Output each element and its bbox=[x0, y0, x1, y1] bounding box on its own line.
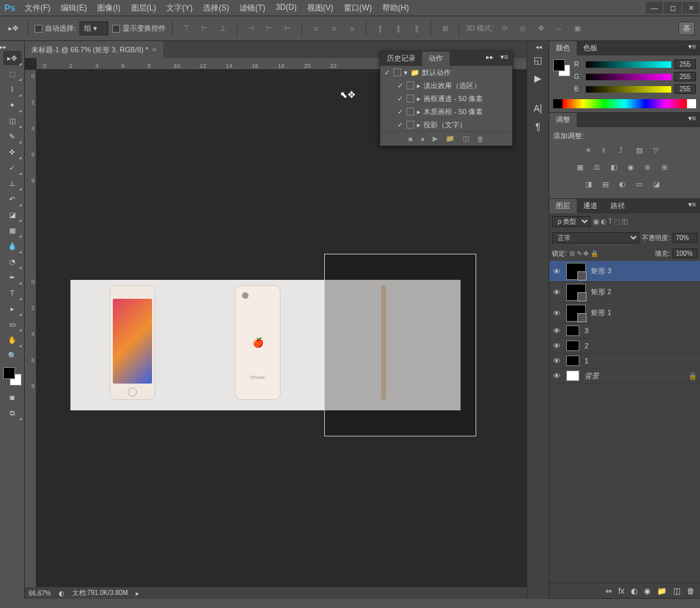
close-icon[interactable]: × bbox=[152, 46, 156, 53]
layer-row[interactable]: 👁 背景 🔒 bbox=[549, 369, 700, 384]
dodge-tool[interactable]: ◔ bbox=[3, 254, 22, 269]
menu-help[interactable]: 帮助(H) bbox=[377, 0, 414, 16]
menu-file[interactable]: 文件(F) bbox=[20, 0, 55, 16]
tab-adjustments[interactable]: 调整 bbox=[549, 113, 577, 127]
3d-pan-icon[interactable]: ✥ bbox=[534, 22, 548, 36]
action-row[interactable]: ✓▸ 投影（文字） bbox=[380, 118, 512, 131]
b-slider[interactable] bbox=[586, 86, 671, 93]
pen-tool[interactable]: ✒ bbox=[3, 270, 22, 284]
minimize-button[interactable]: — bbox=[646, 2, 663, 14]
tab-actions[interactable]: 动作 bbox=[422, 52, 449, 66]
3d-slide-icon[interactable]: ↔ bbox=[552, 22, 566, 36]
dist-hcenter-icon[interactable]: ‖ bbox=[391, 22, 406, 36]
color-swatch[interactable] bbox=[3, 367, 22, 386]
crop-tool[interactable]: ◫ bbox=[3, 114, 22, 128]
3d-orbit-icon[interactable]: ⟳ bbox=[497, 22, 511, 36]
action-row[interactable]: ✓▸ 画框通道 - 50 像素 bbox=[380, 92, 512, 105]
action-row[interactable]: ✓▾📁 默认动作 bbox=[380, 66, 512, 79]
action-row[interactable]: ✓▸ 木质画框 - 50 像素 bbox=[380, 105, 512, 118]
history-brush-tool[interactable]: ↶ bbox=[3, 192, 22, 206]
auto-select-target[interactable]: 组 ▾ bbox=[80, 22, 108, 35]
stamp-tool[interactable]: ⊥ bbox=[3, 176, 22, 190]
menu-view[interactable]: 视图(V) bbox=[302, 0, 339, 16]
canvas[interactable]: 🍎 iPhone ⬉✥ bbox=[37, 70, 526, 587]
layer-row[interactable]: 👁 2 bbox=[549, 339, 700, 354]
dist-right-icon[interactable]: ‖ bbox=[410, 22, 424, 36]
tab-channels[interactable]: 通道 bbox=[577, 199, 604, 213]
menu-3d[interactable]: 3D(D) bbox=[271, 0, 302, 16]
dock-para-icon[interactable]: ¶ bbox=[530, 118, 547, 135]
dist-left-icon[interactable]: ‖ bbox=[373, 22, 388, 36]
tab-color[interactable]: 颜色 bbox=[549, 41, 577, 55]
visibility-icon[interactable]: 👁 bbox=[552, 342, 561, 350]
exposure-icon[interactable]: ▨ bbox=[636, 146, 648, 158]
gradient-tool[interactable]: ▦ bbox=[3, 223, 22, 237]
menu-image[interactable]: 图像(I) bbox=[92, 0, 125, 16]
visibility-icon[interactable]: 👁 bbox=[552, 267, 561, 275]
foreground-color[interactable] bbox=[3, 367, 15, 379]
spectrum-picker[interactable] bbox=[562, 99, 687, 108]
doc-info[interactable]: 文档:791.0K/3.80M bbox=[72, 588, 128, 598]
threshold-icon[interactable]: ◐ bbox=[619, 180, 631, 192]
fill-layer-icon[interactable]: ◉ bbox=[644, 586, 650, 596]
blur-tool[interactable]: 💧 bbox=[3, 239, 22, 253]
menu-layer[interactable]: 图层(L) bbox=[126, 0, 162, 16]
dock-char-icon[interactable]: A| bbox=[530, 100, 547, 117]
align-top-icon[interactable]: ⊤ bbox=[179, 22, 194, 36]
layer-row[interactable]: 👁 3 bbox=[549, 324, 700, 339]
ruler-vertical[interactable]: 0 2 4 6 8 0 2 4 6 8 bbox=[25, 70, 37, 587]
g-input[interactable] bbox=[674, 72, 696, 82]
bw-icon[interactable]: ◧ bbox=[611, 163, 622, 175]
dist-vcenter-icon[interactable]: ≡ bbox=[327, 22, 341, 36]
align-right-icon[interactable]: ⊢ bbox=[281, 22, 295, 36]
photo-filter-icon[interactable]: ◉ bbox=[628, 163, 639, 175]
path-select-tool[interactable]: ▸ bbox=[3, 301, 22, 316]
channel-mixer-icon[interactable]: ⊛ bbox=[645, 163, 656, 175]
shape-tool[interactable]: ▭ bbox=[3, 317, 22, 331]
invert-icon[interactable]: ◨ bbox=[585, 180, 597, 192]
3d-roll-icon[interactable]: ◎ bbox=[515, 22, 530, 36]
close-button[interactable]: ✕ bbox=[682, 2, 699, 14]
maximize-button[interactable]: ◻ bbox=[664, 2, 681, 14]
blend-mode[interactable]: 正常 bbox=[552, 232, 639, 243]
r-slider[interactable] bbox=[586, 61, 671, 68]
zoom-level[interactable]: 66.67% bbox=[29, 590, 51, 597]
posterize-icon[interactable]: ▤ bbox=[602, 180, 614, 192]
wand-tool[interactable]: ✦ bbox=[3, 98, 22, 112]
r-input[interactable] bbox=[674, 59, 696, 69]
curves-icon[interactable]: ⤴ bbox=[619, 146, 631, 158]
healing-tool[interactable]: ✜ bbox=[3, 145, 22, 159]
toolbar-flyout[interactable]: ▸▸ bbox=[0, 44, 5, 50]
layer-row[interactable]: 👁 矩形 2 bbox=[549, 282, 700, 303]
type-tool[interactable]: T bbox=[3, 286, 22, 300]
marquee-tool[interactable]: ⬚ bbox=[3, 67, 22, 81]
layer-row[interactable]: 👁 矩形 1 bbox=[549, 303, 700, 324]
move-tool-icon[interactable]: ▸✥ bbox=[5, 21, 21, 37]
link-icon[interactable]: ⇔ bbox=[605, 586, 612, 596]
align-bottom-icon[interactable]: ⊥ bbox=[216, 22, 230, 36]
menu-type[interactable]: 文字(Y) bbox=[161, 0, 198, 16]
record-icon[interactable]: ● bbox=[421, 135, 425, 143]
tab-history[interactable]: 历史记录 bbox=[380, 52, 422, 66]
new-layer-icon[interactable]: ◫ bbox=[673, 586, 680, 596]
workspace-switcher[interactable]: 基 bbox=[678, 22, 695, 35]
auto-select-checkbox[interactable]: 自动选择: bbox=[35, 23, 76, 33]
tab-swatches[interactable]: 色板 bbox=[577, 41, 604, 55]
visibility-icon[interactable]: 👁 bbox=[552, 309, 561, 317]
auto-align-icon[interactable]: ⊞ bbox=[438, 22, 452, 36]
align-hcenter-icon[interactable]: ⊢ bbox=[262, 22, 277, 36]
mask-icon[interactable]: ◐ bbox=[631, 586, 637, 596]
opacity-input[interactable] bbox=[673, 233, 697, 243]
fx-icon[interactable]: fx bbox=[618, 586, 624, 596]
colorbal-icon[interactable]: ⚖ bbox=[594, 163, 605, 175]
g-slider[interactable] bbox=[586, 74, 671, 80]
menu-window[interactable]: 窗口(W) bbox=[339, 0, 377, 16]
show-transform-checkbox[interactable]: 显示变换控件 bbox=[112, 23, 166, 33]
new-set-icon[interactable]: 📁 bbox=[446, 134, 455, 143]
huesat-icon[interactable]: ▦ bbox=[577, 163, 588, 175]
delete-action-icon[interactable]: 🗑 bbox=[477, 135, 484, 143]
vibrance-icon[interactable]: ▽ bbox=[653, 146, 665, 158]
screenmode-tool[interactable]: ⧉ bbox=[3, 406, 22, 420]
visibility-icon[interactable]: 👁 bbox=[552, 357, 561, 365]
new-action-icon[interactable]: ◫ bbox=[463, 134, 469, 143]
